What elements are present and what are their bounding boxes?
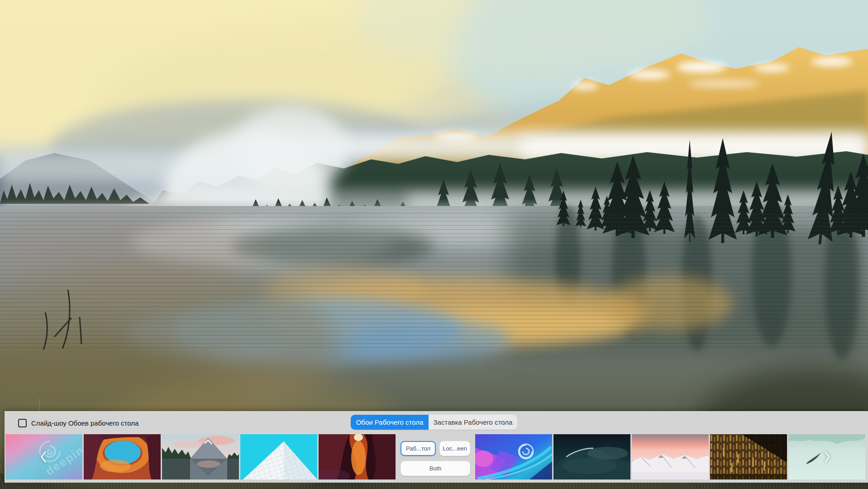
slideshow-checkbox-label: Слайд-шоу Обоев рабочего стола — [31, 419, 138, 427]
slideshow-toggle-row: Слайд-шоу Обоев рабочего стола — [18, 419, 138, 427]
wallpaper-apply-options: Раб...тол Loc...een Both — [397, 434, 474, 479]
slideshow-checkbox[interactable] — [18, 419, 27, 427]
wallpaper-thumbnail-canyon-arch[interactable] — [84, 434, 161, 479]
chevron-right-icon — [822, 450, 832, 464]
mode-tabs: Обои Рабочего стола Заставка Рабочего ст… — [351, 415, 517, 430]
apply-lockscreen-button[interactable]: Loc...een — [439, 441, 470, 456]
wallpaper-thumbnail-autumn-larch-forest[interactable] — [710, 434, 787, 479]
wallpaper-thumbnail-snowy-ridge-sunset[interactable] — [632, 434, 709, 479]
desktop: Слайд-шоу Обоев рабочего стола Обои Рабо… — [0, 0, 868, 489]
scroll-left-button[interactable] — [5, 434, 82, 479]
wallpaper-thumbnail-mountain-lake[interactable] — [162, 434, 239, 479]
wallpaper-settings-panel: Слайд-шоу Обоев рабочего стола Обои Рабо… — [5, 411, 868, 483]
apply-desktop-button[interactable]: Раб...тол — [401, 441, 436, 456]
scroll-right-button[interactable] — [788, 434, 865, 479]
wallpaper-thumbnail-dark-misty-peak[interactable] — [553, 434, 630, 479]
tab-screensaver[interactable]: Заставка Рабочего стола — [429, 415, 517, 430]
wallpaper-thumbnail-deepin-blue-swirl[interactable] — [475, 434, 552, 479]
wallpaper-thumbnail-pale-mist-bird[interactable] — [788, 434, 865, 479]
wallpaper-thumbnail-deepin-gradient[interactable]: deepin — [5, 434, 82, 479]
wallpaper-thumbnail-strip: deepin — [5, 434, 865, 479]
apply-both-button[interactable]: Both — [401, 461, 470, 476]
chevron-left-icon — [39, 450, 49, 464]
wallpaper-thumbnail-white-pyramid[interactable] — [240, 434, 317, 479]
wallpaper-thumbnail-slot-canyon[interactable] — [319, 434, 396, 479]
tab-desktop-wallpaper[interactable]: Обои Рабочего стола — [351, 415, 429, 430]
